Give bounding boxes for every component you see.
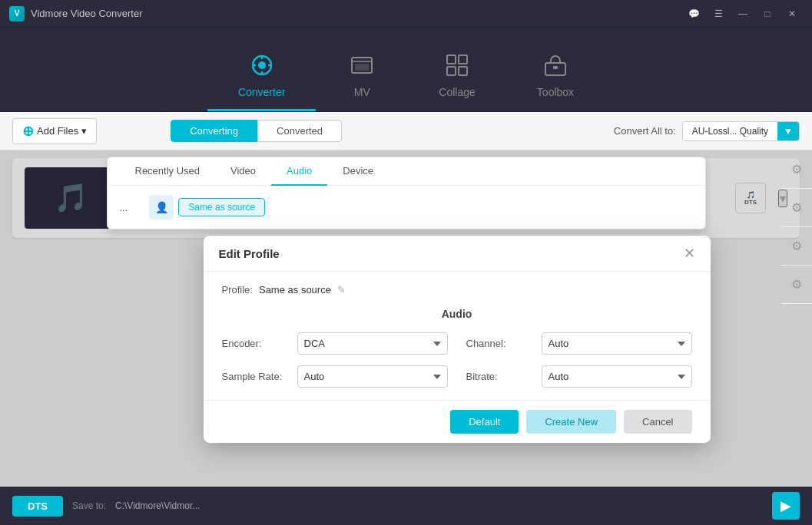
bitrate-select[interactable]: Auto 128k 192k 256k 320k — [542, 365, 692, 388]
add-files-button[interactable]: ⊕ Add Files ▾ — [12, 118, 97, 144]
format-tab-recently-used[interactable]: Recently Used — [120, 157, 216, 186]
dialog-title: Edit Profile — [219, 247, 280, 260]
nav-tabs: Converter MV Collage — [207, 44, 605, 111]
minimize-button[interactable]: — — [732, 5, 754, 22]
svg-rect-14 — [553, 66, 558, 69]
mv-icon — [350, 53, 374, 81]
main-content: 🎵 Source: Bugoy Dril... kbps).mp3 ℹ MP3 … — [0, 150, 812, 487]
close-button[interactable]: ✕ — [781, 5, 803, 22]
converter-icon — [250, 53, 274, 81]
dialog-close-button[interactable]: ✕ — [684, 246, 695, 260]
svg-rect-10 — [459, 55, 467, 64]
dialog-footer: Default Create New Cancel — [204, 400, 711, 443]
format-tab-device[interactable]: Device — [327, 157, 389, 186]
message-button[interactable]: 💬 — [683, 5, 704, 22]
tab-converter[interactable]: Converter — [207, 44, 316, 111]
gear-button-2[interactable]: ⚙ — [781, 189, 812, 227]
tab-switcher: Converting Converted — [171, 120, 342, 142]
gear-button-4[interactable]: ⚙ — [781, 266, 812, 304]
format-panel: Recently Used Video Audio Device ... 👤 S… — [107, 157, 706, 229]
profile-label: Profile: — [222, 284, 253, 296]
tab-toolbox[interactable]: Toolbox — [506, 44, 605, 111]
title-bar: V Vidmore Video Converter 💬 ☰ — □ ✕ — [0, 0, 812, 28]
tab-collage[interactable]: Collage — [408, 44, 505, 111]
format-panel-tabs: Recently Used Video Audio Device — [108, 157, 705, 186]
sample-rate-select[interactable]: Auto 44100 48000 96000 — [297, 365, 448, 388]
format-tab-audio[interactable]: Audio — [271, 157, 327, 186]
profile-edit-icon[interactable]: ✎ — [337, 284, 346, 296]
convert-all-area: Convert All to: AU-Lossl... Quality ▼ — [614, 121, 800, 141]
bitrate-row: Bitrate: Auto 128k 192k 256k 320k — [466, 365, 692, 388]
svg-point-1 — [258, 61, 266, 69]
dialog-body: Profile: Same as source ✎ Audio Encoder:… — [204, 272, 711, 400]
right-arrow-button[interactable]: ▶ — [772, 492, 800, 520]
title-bar-controls: 💬 ☰ — □ ✕ — [683, 5, 803, 22]
create-new-button[interactable]: Create New — [526, 410, 616, 434]
collage-tab-label: Collage — [439, 86, 475, 98]
collage-icon — [445, 53, 469, 81]
sample-rate-label: Sample Rate: — [222, 371, 291, 382]
encoder-label: Encoder: — [222, 338, 291, 349]
svg-rect-9 — [447, 55, 456, 64]
app-icon: V — [9, 6, 25, 21]
maximize-button[interactable]: □ — [757, 5, 778, 22]
svg-rect-12 — [459, 67, 467, 75]
same-as-source-button[interactable]: Same as source — [178, 198, 265, 216]
format-panel-source-label: ... — [120, 202, 128, 213]
gear-button-3[interactable]: ⚙ — [781, 227, 812, 266]
save-to-label: Save to: — [72, 500, 106, 511]
mv-tab-label: MV — [354, 86, 370, 98]
channel-form-label: Channel: — [466, 338, 535, 349]
toolbar: ⊕ Add Files ▾ Converting Converted Conve… — [0, 112, 812, 150]
tab-mv[interactable]: MV — [316, 44, 408, 111]
svg-rect-8 — [355, 64, 369, 71]
dts-badge: DTS — [12, 496, 63, 517]
window-title: Vidmore Video Converter — [31, 8, 143, 19]
menu-button[interactable]: ☰ — [708, 5, 729, 22]
encoder-row: Encoder: DCA AAC MP3 AC3 FLAC — [222, 332, 448, 355]
nav-bar: Converter MV Collage — [0, 28, 812, 112]
dialog-header: Edit Profile ✕ — [204, 236, 711, 272]
channel-row: Channel: Auto Mono Stereo 5.1 — [466, 332, 692, 355]
bitrate-label: Bitrate: — [466, 371, 535, 382]
format-panel-body: ... 👤 Same as source — [108, 186, 705, 229]
format-dropdown-button[interactable]: ▼ — [777, 122, 799, 140]
profile-row: Profile: Same as source ✎ — [222, 284, 692, 296]
gear-sidebar: ⚙ ⚙ ⚙ ⚙ — [781, 150, 812, 304]
encoder-select[interactable]: DCA AAC MP3 AC3 FLAC — [297, 332, 448, 355]
edit-profile-dialog: Edit Profile ✕ Profile: Same as source ✎… — [204, 236, 711, 443]
section-title-audio: Audio — [222, 308, 692, 320]
add-files-dropdown-icon: ▾ — [81, 125, 87, 137]
format-label: AU-Lossl... Quality — [683, 122, 777, 140]
convert-all-label: Convert All to: — [614, 125, 676, 137]
title-bar-left: V Vidmore Video Converter — [9, 6, 143, 21]
gear-button-1[interactable]: ⚙ — [781, 150, 812, 189]
channel-select[interactable]: Auto Mono Stereo 5.1 — [542, 332, 692, 355]
format-selector: AU-Lossl... Quality ▼ — [682, 121, 800, 141]
toolbox-tab-label: Toolbox — [537, 86, 574, 98]
sample-rate-row: Sample Rate: Auto 44100 48000 96000 — [222, 365, 448, 388]
add-files-label: Add Files — [37, 125, 78, 137]
profile-value: Same as source — [259, 284, 331, 296]
converter-tab-label: Converter — [238, 86, 285, 98]
save-path: C:\Vidmore\Vidmor... — [115, 500, 200, 511]
converting-tab-button[interactable]: Converting — [171, 120, 257, 142]
converted-tab-button[interactable]: Converted — [257, 120, 342, 142]
form-grid: Encoder: DCA AAC MP3 AC3 FLAC Channel: A… — [222, 332, 692, 388]
default-button[interactable]: Default — [450, 410, 519, 434]
svg-rect-11 — [447, 67, 456, 75]
plus-icon: ⊕ — [22, 123, 34, 140]
bottom-bar: DTS Save to: C:\Vidmore\Vidmor... ▶ — [0, 487, 812, 525]
cancel-button[interactable]: Cancel — [624, 410, 691, 434]
format-panel-icon: 👤 — [149, 195, 174, 220]
format-tab-video[interactable]: Video — [215, 157, 271, 186]
toolbox-icon — [543, 53, 568, 81]
dialog-overlay: Recently Used Video Audio Device ... 👤 S… — [0, 150, 812, 487]
